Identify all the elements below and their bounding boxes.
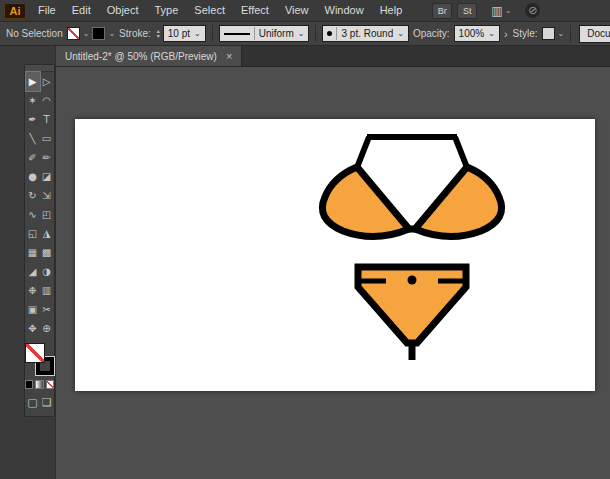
bikini-artwork (75, 119, 595, 391)
magic-wand-tool[interactable]: ✶ (26, 91, 40, 110)
divider (212, 25, 213, 42)
gradient-mode-button[interactable] (35, 380, 43, 389)
paintbrush-tool[interactable]: ✐ (26, 148, 40, 167)
width-profile-dropdown[interactable]: Uniform ⌄ (219, 25, 310, 42)
stroke-color-swatch[interactable] (92, 27, 105, 40)
width-profile-value: Uniform (259, 28, 294, 39)
stroke-weight-value: 10 pt (168, 28, 190, 39)
panel-buttons: BrSt (432, 3, 477, 19)
scale-tool[interactable]: ⇲ (40, 186, 54, 205)
zoom-tool[interactable]: ⊕ (40, 319, 54, 338)
shape-builder-tool[interactable]: ◱ (26, 224, 40, 243)
rectangle-tool[interactable]: ▭ (40, 129, 54, 148)
divider (254, 27, 255, 40)
blend-tool[interactable]: ◑ (40, 262, 54, 281)
column-graph-tool[interactable]: ▥ (40, 281, 54, 300)
menu-file[interactable]: File (30, 0, 64, 21)
divider (336, 27, 337, 40)
chevron-down-icon: ⌄ (397, 30, 404, 38)
chevron-down-icon: ⌄ (194, 30, 201, 38)
brush-preview-icon (327, 31, 332, 36)
panel-button-st[interactable]: St (457, 3, 477, 19)
eyedropper-tool[interactable]: ◢ (26, 262, 40, 281)
chevron-down-icon[interactable]: ⌄ (558, 30, 565, 38)
chevron-down-icon[interactable]: ⌄ (83, 30, 90, 38)
hand-tool[interactable]: ✥ (26, 319, 40, 338)
toolbar-grip[interactable] (25, 65, 54, 72)
share-icon[interactable]: ⊘ (525, 3, 540, 18)
pen-tool[interactable]: ✒ (26, 110, 40, 129)
fill-color-swatch[interactable] (67, 27, 80, 40)
style-swatch[interactable] (542, 27, 555, 40)
bikini-bottom-center-dot[interactable] (408, 276, 417, 285)
screen-mode-button[interactable]: ❏ (42, 395, 52, 410)
menu-window[interactable]: Window (317, 0, 372, 21)
blob-brush-tool[interactable]: ● (26, 167, 40, 186)
document-area: Untitled-2* @ 50% (RGB/Preview) × (56, 46, 610, 479)
document-tab-title: Untitled-2* @ 50% (RGB/Preview) (65, 51, 217, 62)
menu-select[interactable]: Select (186, 0, 233, 21)
chevron-down-icon: ⌄ (488, 30, 495, 38)
workspace-icon: ▥ (491, 4, 502, 18)
menu-help[interactable]: Help (372, 0, 411, 21)
document-setup-button[interactable]: Document Setup (579, 25, 610, 43)
main-area: ▶▷✶◠✒T╲▭✐✏●◪↻⇲∿◰◱◮▦▩◢◑❉▥▣✂✥⊕ ▢ ❏ (0, 46, 610, 479)
illustrator-window: Ai FileEditObjectTypeSelectEffectViewWin… (0, 0, 610, 479)
menu-edit[interactable]: Edit (64, 0, 99, 21)
eraser-tool[interactable]: ◪ (40, 167, 54, 186)
opacity-dropdown[interactable]: 100% ⌄ (454, 25, 500, 42)
opacity-label: Opacity: (413, 28, 450, 39)
width-tool[interactable]: ∿ (26, 205, 40, 224)
chevron-down-icon: ⌄ (505, 7, 512, 15)
fill-swatch-indicator[interactable] (26, 344, 44, 362)
panel-button-br[interactable]: Br (432, 3, 452, 19)
menu-effect[interactable]: Effect (233, 0, 277, 21)
stroke-label: Stroke: (119, 28, 151, 39)
symbol-sprayer-tool[interactable]: ❉ (26, 281, 40, 300)
stroke-profile-icon (224, 33, 250, 35)
tab-bar: Untitled-2* @ 50% (RGB/Preview) × (56, 46, 610, 67)
slice-tool[interactable]: ✂ (40, 300, 54, 319)
document-tab[interactable]: Untitled-2* @ 50% (RGB/Preview) × (56, 46, 242, 66)
artboard[interactable] (75, 119, 595, 391)
direct-selection-tool[interactable]: ▷ (40, 72, 54, 91)
workspace-switcher-button[interactable]: ▥ ⌄ (491, 4, 511, 18)
mesh-tool[interactable]: ▦ (26, 243, 40, 262)
menu-view[interactable]: View (277, 0, 317, 21)
divider (570, 25, 571, 42)
draw-mode-button[interactable]: ▢ (27, 395, 37, 410)
stepper-down-icon[interactable]: ▾ (157, 34, 160, 39)
canvas-pasteboard[interactable] (56, 67, 610, 479)
artboard-tool[interactable]: ▣ (26, 300, 40, 319)
close-icon[interactable]: × (226, 50, 232, 62)
app-logo-icon: Ai (4, 3, 26, 19)
bikini-top-right-cup[interactable] (415, 167, 502, 237)
lasso-tool[interactable]: ◠ (40, 91, 54, 110)
bikini-top-left-cup[interactable] (322, 167, 409, 237)
stroke-weight-dropdown[interactable]: 10 pt ⌄ (163, 25, 206, 42)
menu-object[interactable]: Object (99, 0, 147, 21)
toolbar-panel: ▶▷✶◠✒T╲▭✐✏●◪↻⇲∿◰◱◮▦▩◢◑❉▥▣✂✥⊕ ▢ ❏ (24, 64, 55, 417)
free-transform-tool[interactable]: ◰ (40, 205, 54, 224)
gradient-tool[interactable]: ▩ (40, 243, 54, 262)
fill-stroke-indicator[interactable] (26, 344, 54, 375)
tools-dock: ▶▷✶◠✒T╲▭✐✏●◪↻⇲∿◰◱◮▦▩◢◑❉▥▣✂✥⊕ ▢ ❏ (0, 46, 56, 479)
chevron-down-icon: ⌄ (298, 30, 305, 38)
style-label: Style: (513, 28, 538, 39)
chevron-down-icon[interactable]: ⌄ (108, 30, 115, 38)
selection-tool[interactable]: ▶ (26, 72, 40, 91)
brush-definition-dropdown[interactable]: 3 pt. Round ⌄ (322, 25, 408, 42)
pencil-tool[interactable]: ✏ (40, 148, 54, 167)
type-tool[interactable]: T (40, 110, 54, 129)
perspective-grid-tool[interactable]: ◮ (40, 224, 54, 243)
line-segment-tool[interactable]: ╲ (26, 129, 40, 148)
rotate-tool[interactable]: ↻ (26, 186, 40, 205)
chevron-right-icon[interactable]: › (504, 28, 508, 40)
menu-items: FileEditObjectTypeSelectEffectViewWindow… (30, 0, 410, 21)
menu-type[interactable]: Type (147, 0, 187, 21)
color-mode-button[interactable] (25, 380, 33, 389)
paint-mode-buttons (25, 380, 54, 389)
brush-definition-value: 3 pt. Round (341, 28, 393, 39)
stroke-weight-stepper[interactable]: ▴ ▾ (157, 29, 160, 39)
none-mode-button[interactable] (46, 380, 54, 389)
